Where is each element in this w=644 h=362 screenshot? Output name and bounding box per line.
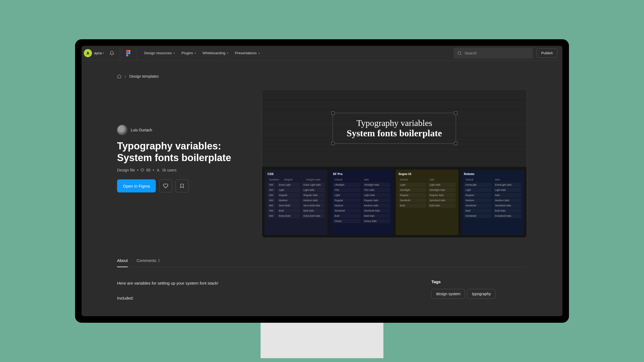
card-cell: Medium [333, 203, 361, 208]
hero-info: Luis Ouriach Typography variables: Syste… [117, 89, 245, 238]
card-cell: 700 [267, 209, 276, 213]
card-cell: Light Italic [493, 188, 521, 192]
font-card-sfpro: SF Pro Default Italic UltralightUltralig… [330, 170, 393, 235]
card-cell: Medium [277, 198, 300, 203]
card-cell: Bold Italic [362, 214, 390, 218]
tab-about[interactable]: About [117, 254, 128, 267]
card-cell: 400 [267, 193, 276, 197]
description-p2: Included: [117, 294, 404, 302]
card-cell: Regular Italic [362, 198, 390, 203]
card-cell: Bold [277, 209, 300, 213]
card-cell: Semibold [333, 209, 361, 213]
card-cell: Regular [398, 193, 426, 197]
card-cell: Extra Bold Italic [302, 214, 325, 218]
nav-item-label: Presentations [235, 51, 257, 55]
figma-logo-icon [126, 50, 130, 56]
card-row: LightLight Italic [333, 193, 390, 197]
tab-bar: About Comments 2 [117, 254, 527, 267]
card-cell: ExtraBold Italic [493, 214, 521, 218]
font-card-segoe: Segoe UI Default Italic LightLight Itali… [396, 170, 458, 235]
card-cell: Extra Light Italic [302, 183, 325, 187]
nav-design-resources[interactable]: Design resources ▾ [141, 49, 177, 57]
card-cell: Bold Italic [302, 209, 325, 213]
tab-label: Comments [136, 258, 156, 263]
hero-section: Luis Ouriach Typography variables: Syste… [117, 89, 527, 238]
user-avatar[interactable]: A [84, 49, 92, 57]
tag-chip[interactable]: typography [467, 289, 495, 299]
resource-meta: Design file • 65 • 1k users [117, 168, 245, 172]
card-cell: Semilight [398, 188, 426, 192]
preview-image[interactable]: Typography variables System fonts boiler… [262, 89, 527, 238]
heart-icon [141, 168, 144, 172]
card-row: ExtraLightExtraLight Italic [464, 183, 521, 187]
card-row: 700BoldBold Italic [267, 209, 325, 213]
card-cell: ExtraLight [464, 183, 492, 187]
search-input[interactable] [464, 51, 529, 55]
description-p1: Here are variables for setting up your s… [117, 279, 404, 287]
open-in-figma-button[interactable]: Open in Figma [117, 179, 156, 192]
card-cell: Semi Bold Italic [302, 203, 325, 208]
search-box[interactable] [454, 48, 533, 59]
nav-menu: Design resources ▾ Plugins ▾ Whiteboardi… [136, 49, 262, 57]
tab-comments[interactable]: Comments 2 [136, 254, 160, 267]
card-row: 600Semi BoldSemi Bold Italic [267, 203, 325, 208]
tab-count: 2 [158, 258, 160, 263]
card-row: RegularRegular Italic [398, 193, 456, 197]
card-row: ThinThin Italic [333, 188, 390, 192]
notifications-button[interactable] [108, 49, 116, 57]
nav-plugins[interactable]: Plugins ▾ [179, 49, 199, 57]
top-nav: A ayca ▾ Design resources ▾ [82, 46, 562, 61]
chevron-down-icon: ▾ [258, 52, 260, 55]
nav-presentations[interactable]: Presentations ▾ [232, 49, 263, 57]
card-cell: Medium Italic [362, 203, 390, 208]
card-col-header: Default [398, 178, 426, 182]
home-icon[interactable] [117, 74, 121, 79]
chevron-down-icon: ▾ [103, 52, 104, 55]
card-cell: Light [333, 193, 361, 197]
card-row: MediumMedium Italic [333, 203, 390, 208]
card-cell: Ultralight [333, 183, 361, 187]
card-row: BoldBold Italic [333, 214, 390, 218]
author-row[interactable]: Luis Ouriach [117, 125, 245, 135]
card-row: MediumMedium Italic [464, 198, 521, 203]
figma-home-button[interactable] [120, 46, 136, 60]
card-title: Roboto [464, 172, 521, 176]
card-col-header: Numbers [267, 178, 281, 182]
preview-heading-2: System fonts boilerplate [347, 128, 442, 138]
card-cell: Medium Italic [302, 198, 325, 203]
bookmark-button[interactable] [175, 179, 189, 192]
card-cell: SemiBold [464, 203, 492, 208]
card-title: SF Pro [333, 172, 390, 176]
breadcrumb: › Design templates [117, 74, 527, 79]
users-count: 1k users [162, 168, 177, 172]
likes-count: 65 [146, 168, 151, 172]
search-icon [457, 51, 462, 55]
card-cell: Ultralight Italic [362, 183, 390, 187]
card-col-header: Default [464, 178, 492, 182]
card-row: UltralightUltralight Italic [333, 183, 390, 187]
selection-handle [454, 142, 457, 145]
tags-list: design systemtypography [431, 289, 527, 301]
card-cell: Semibold [398, 198, 426, 203]
card-cell: SemiBold Italic [493, 203, 521, 208]
selection-handle [331, 142, 335, 145]
preview-canvas: Typography variables System fonts boiler… [262, 90, 527, 167]
tags-heading: Tags [431, 279, 527, 284]
card-cell: Regular Italic [428, 193, 456, 197]
nav-whiteboarding[interactable]: Whiteboarding ▾ [200, 49, 231, 57]
monitor-frame: A ayca ▾ Design resources ▾ [75, 39, 569, 323]
user-menu[interactable]: ayca ▾ [94, 51, 104, 55]
tag-chip[interactable]: design system [431, 289, 465, 299]
author-avatar [117, 125, 127, 135]
username-label: ayca [94, 51, 102, 55]
breadcrumb-link[interactable]: Design templates [129, 74, 159, 79]
card-col-header: Italic [493, 178, 521, 182]
nav-item-label: Whiteboarding [202, 51, 225, 55]
publish-button[interactable]: Publish [536, 48, 557, 58]
card-cell: Light Italic [302, 188, 325, 192]
card-cell: Regular [277, 193, 300, 197]
bookmark-icon [180, 183, 184, 188]
like-button[interactable] [159, 179, 172, 192]
font-card-css: CSS Numbers Weights Weights Italic 200Ex… [265, 170, 327, 235]
breadcrumb-separator: › [125, 74, 126, 79]
